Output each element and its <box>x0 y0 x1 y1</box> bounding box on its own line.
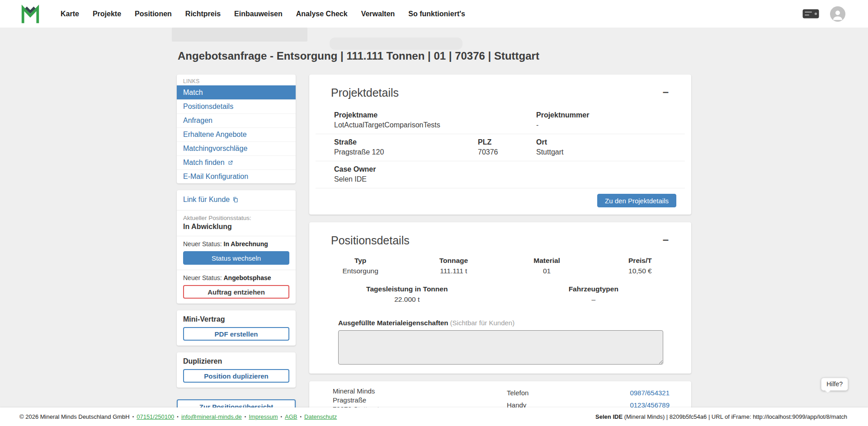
tagesleistung-value: 22.000 t <box>314 295 500 304</box>
projektdetails-title: Projektdetails <box>331 85 399 100</box>
sidebar-item-positionsdetails[interactable]: Positionsdetails <box>177 99 296 113</box>
sidebar: LINKS Match Positionsdetails Anfragen Er… <box>177 75 296 407</box>
copy-icon <box>232 197 239 203</box>
phone-link[interactable]: 0987/654321 <box>630 389 670 397</box>
customer-link-section: Link für Kunde <box>177 190 296 210</box>
nav-item-positionen[interactable]: Positionen <box>135 10 172 18</box>
next-status-value: In Abrechnung <box>224 240 268 248</box>
auftrag-entziehen-button[interactable]: Auftrag entziehen <box>183 285 289 299</box>
case-owner-value: Selen IDE <box>334 175 685 183</box>
help-button[interactable]: Hilfe? <box>821 378 848 391</box>
nav-item-karte[interactable]: Karte <box>61 10 79 18</box>
materialeigenschaften-label: Ausgefüllte Materialeigenschaften <box>338 319 448 327</box>
projekt-row-1: Projektname LotActualTargetComparisonTes… <box>316 107 685 134</box>
footer-session-info: Selen IDE (Mineral Minds) | 8209b5fc54a6… <box>595 413 847 420</box>
current-status-value: In Abwicklung <box>183 223 289 231</box>
sidebar-item-match[interactable]: Match <box>177 85 296 99</box>
zur-positionsuebersicht-button[interactable]: Zur Positionsübersicht <box>177 399 296 407</box>
navbar: Karte Projekte Positionen Richtpreis Ein… <box>0 0 868 28</box>
tagesleistung-label: Tagesleistung in Tonnen <box>314 285 500 293</box>
positionsdetails-title: Positionsdetails <box>331 233 410 248</box>
nav-item-so-funktionierts[interactable]: So funktioniert's <box>408 10 465 18</box>
fahrzeugtypen-field: Fahrzeugtypen – <box>500 285 687 304</box>
nav-item-projekte[interactable]: Projekte <box>93 10 121 18</box>
sidebar-item-email-konfiguration[interactable]: E-Mail Konfiguration <box>177 169 296 183</box>
main-nav: Karte Projekte Positionen Richtpreis Ein… <box>61 10 465 18</box>
nav-item-analyse-check[interactable]: Analyse Check <box>296 10 348 18</box>
mini-vertrag-heading: Mini-Vertrag <box>183 315 289 323</box>
duplizieren-heading: Duplizieren <box>183 357 289 365</box>
footer-agb-link[interactable]: AGB <box>285 413 297 420</box>
ort-field: Ort Stuttgart <box>536 138 685 156</box>
user-avatar[interactable] <box>830 6 845 22</box>
position-duplizieren-button[interactable]: Position duplizieren <box>183 369 289 383</box>
page-title: Angebotsanfrage - Entsorgung | 111.111 T… <box>178 49 691 63</box>
next-status-prefix: Neuer Status: <box>183 274 222 281</box>
footer-copyright: © 2026 Mineral Minds Deutschland GmbH <box>19 413 130 420</box>
case-owner-field: Case Owner Selen IDE <box>334 165 685 183</box>
sidebar-item-erhaltene-angebote[interactable]: Erhaltene Angebote <box>177 127 296 141</box>
strasse-value: Pragstraße 120 <box>334 148 478 156</box>
strasse-field: Straße Pragstraße 120 <box>334 138 478 156</box>
projektname-field: Projektname LotActualTargetComparisonTes… <box>334 111 536 129</box>
sidebar-item-label: Match <box>183 89 203 97</box>
footer-separator: • <box>281 414 283 419</box>
collapse-icon[interactable]: – <box>661 85 670 98</box>
ort-label: Ort <box>536 138 685 146</box>
next-status-section: Neuer Status: In Abrechnung Status wechs… <box>177 236 296 270</box>
projektdetails-card: Projektdetails – Projektname LotActualTa… <box>309 75 691 215</box>
positionsdetails-fields: Typ Entsorgung Tonnage 111.111 t Materia… <box>309 257 691 314</box>
sidebar-item-match-finden[interactable]: Match finden <box>177 155 296 169</box>
materialeigenschaften-textarea[interactable] <box>338 330 663 365</box>
sidebar-item-anfragen[interactable]: Anfragen <box>177 113 296 127</box>
customer-link[interactable]: Link für Kunde <box>183 194 239 205</box>
server-icon[interactable] <box>802 9 819 19</box>
status-wechseln-button[interactable]: Status wechseln <box>183 251 289 265</box>
footer-datenschutz-link[interactable]: Datenschutz <box>304 413 337 420</box>
typ-field: Typ Entsorgung <box>314 257 407 275</box>
sidebar-menu: Match Positionsdetails Anfragen Erhalten… <box>177 85 296 183</box>
company-name: Mineral Minds <box>333 387 379 396</box>
positionsdetails-card: Positionsdetails – Typ Entsorgung Tonnag… <box>309 222 691 374</box>
contact-numbers: Telefon 0987/654321 Handy 0123/456789 <box>507 387 670 407</box>
footer-user-details: (Mineral Minds) | 8209b5fc54a6 | URL of … <box>623 413 847 420</box>
mobile-link[interactable]: 0123/456789 <box>630 401 670 407</box>
footer-separator: • <box>300 414 302 419</box>
projektnummer-value: - <box>536 121 685 129</box>
duplizieren-card: Duplizieren Position duplizieren <box>177 352 296 388</box>
projektname-value: LotActualTargetComparisonTests <box>334 121 536 129</box>
tonnage-value: 111.111 t <box>407 267 500 275</box>
fahrzeugtypen-value: – <box>500 295 687 304</box>
footer-separator: • <box>245 414 246 419</box>
links-card: LINKS Match Positionsdetails Anfragen Er… <box>177 75 296 183</box>
projektdetails-fields: Projektname LotActualTargetComparisonTes… <box>316 107 685 188</box>
projektnummer-field: Projektnummer - <box>536 111 685 129</box>
plz-field: PLZ 70376 <box>478 138 536 156</box>
current-status-section: Aktueller Positionsstatus: In Abwicklung <box>177 210 296 236</box>
plz-label: PLZ <box>478 138 536 146</box>
links-card-heading: LINKS <box>177 75 296 85</box>
footer-impressum-link[interactable]: Impressum <box>249 413 278 420</box>
phone-label: Telefon <box>507 389 528 397</box>
revoke-status-section: Neuer Status: Angebotsphase Auftrag entz… <box>177 270 296 304</box>
zu-den-projektdetails-button[interactable]: Zu den Projektdetails <box>597 194 676 207</box>
nav-item-verwalten[interactable]: Verwalten <box>361 10 395 18</box>
sidebar-item-matchingvorschlaege[interactable]: Matchingvorschläge <box>177 141 296 155</box>
tonnage-label: Tonnage <box>407 257 500 265</box>
nav-item-einbauweisen[interactable]: Einbauweisen <box>234 10 283 18</box>
sidebar-item-label: E-Mail Konfiguration <box>183 173 248 181</box>
mineral-minds-logo[interactable] <box>20 4 41 24</box>
projektnummer-label: Projektnummer <box>536 111 685 119</box>
collapse-icon[interactable]: – <box>661 233 670 246</box>
projekt-row-2: Straße Pragstraße 120 PLZ 70376 Ort Stut… <box>316 134 685 161</box>
skeleton-pill <box>330 37 462 50</box>
pdf-erstellen-button[interactable]: PDF erstellen <box>183 327 289 341</box>
footer-phone-link[interactable]: 07151/250100 <box>137 413 174 420</box>
mini-vertrag-card: Mini-Vertrag PDF erstellen <box>177 310 296 346</box>
case-owner-label: Case Owner <box>334 165 685 173</box>
nav-item-richtpreis[interactable]: Richtpreis <box>185 10 221 18</box>
sidebar-item-label: Match finden <box>183 159 225 167</box>
footer-separator: • <box>177 414 179 419</box>
footer-email-link[interactable]: info@mineral-minds.de <box>181 413 242 420</box>
footer-left: © 2026 Mineral Minds Deutschland GmbH • … <box>19 413 337 420</box>
